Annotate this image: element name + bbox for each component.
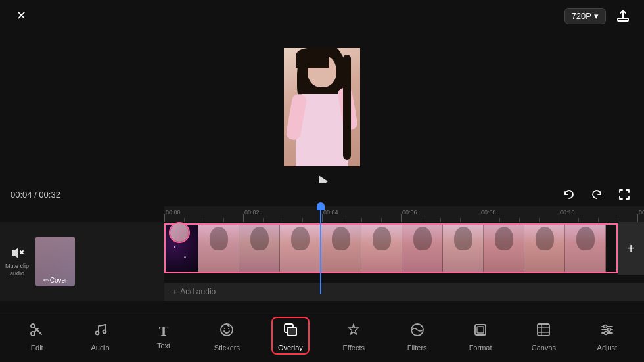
timeline-sidebar: Mute clip audio ✏ Cover [0,222,164,301]
stickers-icon [219,322,235,340]
top-bar-right: 720P ▾ [564,5,633,26]
toolbar-item-filters[interactable]: Filters [385,311,448,362]
resolution-label: 720P [572,11,591,21]
toolbar-item-canvas[interactable]: Canvas [512,311,575,362]
fullscreen-icon [618,188,631,201]
svg-point-10 [103,330,106,334]
cover-text: Cover [50,277,68,284]
resolution-arrow-icon: ▾ [594,11,599,21]
pencil-icon: ✏ [43,277,49,284]
playhead [320,206,321,294]
toolbar-item-adjust[interactable]: Adjust [576,311,639,362]
svg-point-25 [603,325,607,328]
text-label: Text [157,342,170,350]
ruler-inner: 00:00 00:02 00:04 00:06 [164,206,644,222]
undo-icon [563,188,576,201]
svg-rect-0 [618,18,628,21]
mute-icon [10,246,24,260]
cover-thumbnail-button[interactable]: ✏ Cover [35,237,75,286]
export-icon [616,9,630,23]
scissors-icon [29,322,45,340]
clip-frame-1[interactable] [198,223,239,273]
add-plus-icon: + [172,286,177,297]
hair-right [343,55,351,160]
resolution-button[interactable]: 720P ▾ [564,8,606,24]
bottom-toolbar: Edit Audio T Text Stickers [0,311,644,362]
preview-area [0,32,644,183]
clip-frame-9[interactable] [524,223,565,273]
redo-button[interactable] [587,185,606,204]
svg-point-9 [95,332,99,335]
add-audio-strip: + Add audio [164,283,644,301]
clip-frame-5[interactable] [361,223,402,273]
overlay-icon [283,322,298,340]
fullscreen-button[interactable] [615,185,633,204]
toolbar-item-format[interactable]: Format [449,311,512,362]
toolbar-item-overlay[interactable]: Overlay [259,311,322,362]
adjust-icon [599,322,615,340]
add-audio-label: Add audio [180,287,216,296]
svg-point-11 [221,324,233,336]
avatar-image [170,223,189,242]
filters-label: Filters [407,344,427,351]
time-display: 00:04 / 00:32 [11,190,560,200]
timeline-ruler: 00:00 00:02 00:04 00:06 [164,206,644,222]
timeline-clip-avatar [169,222,190,243]
add-track-button[interactable]: + [618,222,644,275]
close-button[interactable]: ✕ [11,5,32,26]
redo-icon [590,188,603,201]
edit-label: Edit [31,344,43,351]
filters-icon [409,322,425,340]
toolbar-item-edit[interactable]: Edit [5,311,68,362]
svg-marker-2 [12,248,18,258]
svg-point-26 [607,328,610,332]
hair-front [296,48,329,68]
export-button[interactable] [612,5,633,26]
timeline-actions [560,185,633,204]
svg-rect-15 [288,327,296,336]
toolbar-item-text[interactable]: T Text [132,311,195,362]
track-frames [164,223,618,273]
cover-label-area: ✏ Cover [43,277,68,284]
clip-frame-4[interactable] [321,223,361,273]
tracks-container [164,222,618,275]
clip-frame-6[interactable] [402,223,443,273]
canvas-label: Canvas [532,344,556,351]
mute-label: Mute clip audio [5,263,29,277]
clip-frame-10[interactable] [565,223,606,273]
add-audio-button[interactable]: + Add audio [172,286,216,297]
mute-clip-audio-button[interactable]: Mute clip audio [5,246,29,277]
clip-frame-7[interactable] [443,223,484,273]
clip-frame-2[interactable] [239,223,280,273]
canvas-icon [536,322,551,340]
effects-label: Effects [343,344,365,351]
svg-rect-20 [477,327,484,333]
effects-icon [346,322,361,340]
undo-button[interactable] [560,185,578,204]
top-bar: ✕ 720P ▾ [0,0,644,32]
svg-point-27 [604,332,607,335]
svg-rect-21 [538,324,549,336]
svg-point-12 [224,328,225,329]
toolbar-item-stickers[interactable]: Stickers [195,311,258,362]
format-label: Format [469,344,492,351]
stickers-label: Stickers [214,344,240,351]
svg-point-13 [228,328,229,329]
toolbar-item-effects[interactable]: Effects [322,311,385,362]
adjust-label: Adjust [597,344,618,351]
clip-frame-3[interactable] [280,223,321,273]
format-icon [472,322,488,340]
toolbar-item-audio[interactable]: Audio [68,311,131,362]
top-bar-left: ✕ [11,5,32,26]
clip-frame-8[interactable] [484,223,524,273]
svg-marker-17 [349,324,359,334]
plus-icon: + [627,241,635,256]
video-preview-thumbnail [284,48,360,166]
music-icon [93,322,108,340]
text-icon: T [159,324,169,338]
audio-label: Audio [91,344,110,351]
